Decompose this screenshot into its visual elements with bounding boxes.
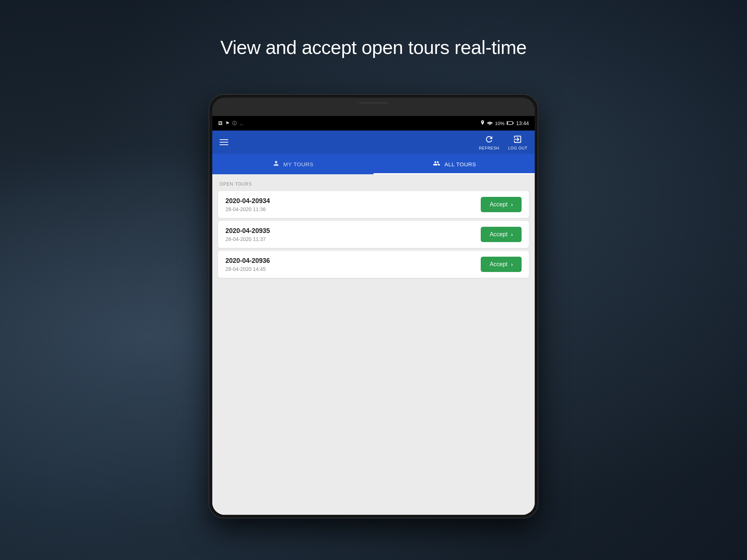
flag-status-icon: ⚑ bbox=[225, 121, 229, 126]
accept-label: Accept bbox=[489, 231, 507, 238]
svg-rect-2 bbox=[507, 122, 508, 124]
camera bbox=[359, 102, 388, 104]
tour-item: 2020-04-20934 28-04-2020 11:36 Accept › bbox=[218, 191, 529, 218]
chevron-right-icon: › bbox=[511, 202, 513, 207]
tab-all-tours[interactable]: ALL TOURS bbox=[374, 154, 535, 174]
status-right-icons: 10% 13:44 bbox=[480, 120, 529, 127]
status-left-icons: 🖼 ⚑ ⓘ ... bbox=[218, 120, 244, 127]
headline: View and accept open tours real-time bbox=[0, 36, 747, 58]
tour-id: 2020-04-20935 bbox=[225, 227, 270, 235]
logout-label: LOG OUT bbox=[508, 146, 527, 150]
battery-icon bbox=[507, 121, 514, 126]
group-icon bbox=[432, 160, 441, 169]
hamburger-line-1 bbox=[220, 139, 228, 140]
content-area: OPEN TOURS 2020-04-20934 28-04-2020 11:3… bbox=[212, 174, 535, 515]
tour-item: 2020-04-20936 28-04-2020 14:45 Accept › bbox=[218, 251, 529, 278]
status-bar: 🖼 ⚑ ⓘ ... 10% 13:44 bbox=[212, 116, 535, 131]
wifi-icon bbox=[487, 121, 493, 126]
tour-date: 28-04-2020 11:37 bbox=[225, 236, 270, 242]
app-bar-actions: REFRESH LOG OUT bbox=[479, 134, 527, 150]
logout-button[interactable]: LOG OUT bbox=[508, 134, 527, 150]
person-icon bbox=[272, 160, 280, 169]
tour-id: 2020-04-20936 bbox=[225, 257, 270, 265]
tab-my-tours[interactable]: MY TOURS bbox=[212, 154, 374, 174]
accept-button[interactable]: Accept › bbox=[481, 227, 522, 242]
clock: 13:44 bbox=[516, 120, 529, 126]
tabs-bar: MY TOURS ALL TOURS bbox=[212, 154, 535, 174]
chevron-right-icon: › bbox=[511, 261, 513, 267]
app-bar: REFRESH LOG OUT bbox=[212, 131, 535, 154]
hamburger-menu[interactable] bbox=[220, 139, 228, 145]
image-status-icon: 🖼 bbox=[218, 121, 222, 126]
screen: 🖼 ⚑ ⓘ ... 10% 13:44 bbox=[212, 116, 535, 515]
logout-icon bbox=[512, 134, 523, 144]
accept-label: Accept bbox=[489, 201, 507, 208]
refresh-button[interactable]: REFRESH bbox=[479, 134, 499, 150]
battery-percent: 10% bbox=[495, 121, 504, 126]
svg-rect-1 bbox=[513, 122, 514, 123]
location-icon bbox=[480, 120, 485, 127]
accept-label: Accept bbox=[489, 261, 507, 268]
chevron-right-icon: › bbox=[511, 232, 513, 237]
my-tours-label: MY TOURS bbox=[283, 161, 313, 167]
tour-info: 2020-04-20934 28-04-2020 11:36 bbox=[225, 197, 270, 212]
tour-id: 2020-04-20934 bbox=[225, 197, 270, 205]
tablet-inner: 🖼 ⚑ ⓘ ... 10% 13:44 bbox=[212, 98, 535, 515]
hamburger-line-3 bbox=[220, 144, 228, 145]
tour-date: 28-04-2020 14:45 bbox=[225, 266, 270, 272]
accept-button[interactable]: Accept › bbox=[481, 197, 522, 212]
tour-list: 2020-04-20934 28-04-2020 11:36 Accept › … bbox=[218, 191, 529, 278]
hamburger-line-2 bbox=[220, 142, 228, 143]
all-tours-label: ALL TOURS bbox=[445, 161, 476, 167]
tour-date: 28-04-2020 11:36 bbox=[225, 206, 270, 212]
tour-info: 2020-04-20935 28-04-2020 11:37 bbox=[225, 227, 270, 242]
info-status-icon: ⓘ bbox=[232, 120, 237, 127]
tablet-frame: 🖼 ⚑ ⓘ ... 10% 13:44 bbox=[209, 95, 538, 518]
refresh-icon bbox=[484, 134, 494, 144]
dots-status: ... bbox=[240, 121, 244, 126]
tour-item: 2020-04-20935 28-04-2020 11:37 Accept › bbox=[218, 221, 529, 248]
section-label: OPEN TOURS bbox=[218, 182, 529, 187]
tour-info: 2020-04-20936 28-04-2020 14:45 bbox=[225, 257, 270, 272]
refresh-label: REFRESH bbox=[479, 146, 499, 150]
accept-button[interactable]: Accept › bbox=[481, 257, 522, 272]
